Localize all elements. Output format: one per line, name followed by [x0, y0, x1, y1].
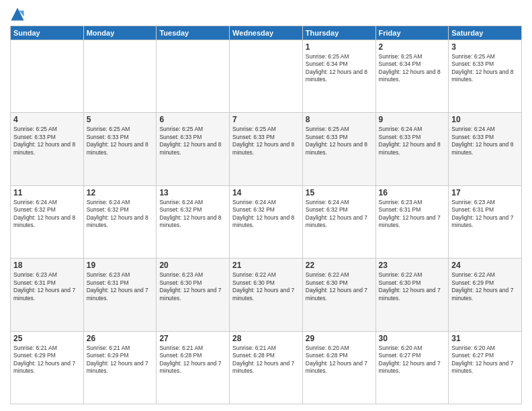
- header: [10, 7, 522, 21]
- calendar-cell: 30Sunrise: 6:20 AMSunset: 6:27 PMDayligh…: [375, 331, 449, 404]
- day-number: 26: [87, 334, 154, 343]
- day-number: 5: [87, 115, 154, 124]
- calendar-cell: 21Sunrise: 6:22 AMSunset: 6:30 PMDayligh…: [230, 259, 303, 331]
- day-number: 1: [306, 42, 373, 52]
- calendar-cell: 24Sunrise: 6:22 AMSunset: 6:29 PMDayligh…: [449, 259, 522, 331]
- day-info: Sunrise: 6:23 AMSunset: 6:31 PMDaylight:…: [451, 199, 519, 230]
- calendar-cell: 10Sunrise: 6:24 AMSunset: 6:33 PMDayligh…: [449, 113, 522, 185]
- calendar-cell: 5Sunrise: 6:25 AMSunset: 6:33 PMDaylight…: [83, 113, 157, 185]
- day-info: Sunrise: 6:22 AMSunset: 6:30 PMDaylight:…: [379, 271, 446, 302]
- calendar-cell: 22Sunrise: 6:22 AMSunset: 6:30 PMDayligh…: [302, 259, 375, 331]
- day-info: Sunrise: 6:25 AMSunset: 6:34 PMDaylight:…: [379, 53, 446, 84]
- day-number: 25: [13, 334, 81, 343]
- day-info: Sunrise: 6:23 AMSunset: 6:31 PMDaylight:…: [87, 271, 154, 302]
- calendar-cell: 7Sunrise: 6:25 AMSunset: 6:33 PMDaylight…: [230, 113, 303, 185]
- calendar-cell: 19Sunrise: 6:23 AMSunset: 6:31 PMDayligh…: [83, 259, 157, 331]
- calendar-cell: 14Sunrise: 6:24 AMSunset: 6:32 PMDayligh…: [230, 185, 303, 258]
- day-info: Sunrise: 6:21 AMSunset: 6:28 PMDaylight:…: [232, 345, 300, 375]
- calendar-week-row: 11Sunrise: 6:24 AMSunset: 6:32 PMDayligh…: [11, 185, 522, 258]
- calendar-cell: [11, 40, 84, 113]
- day-number: 21: [232, 261, 300, 270]
- calendar-cell: 17Sunrise: 6:23 AMSunset: 6:31 PMDayligh…: [449, 185, 522, 258]
- calendar-week-row: 4Sunrise: 6:25 AMSunset: 6:33 PMDaylight…: [11, 113, 522, 185]
- day-info: Sunrise: 6:24 AMSunset: 6:32 PMDaylight:…: [306, 199, 373, 230]
- day-info: Sunrise: 6:23 AMSunset: 6:31 PMDaylight:…: [379, 199, 446, 230]
- day-number: 7: [232, 115, 300, 124]
- day-info: Sunrise: 6:21 AMSunset: 6:29 PMDaylight:…: [87, 345, 154, 375]
- calendar-cell: 31Sunrise: 6:20 AMSunset: 6:27 PMDayligh…: [449, 331, 522, 404]
- day-number: 4: [13, 115, 81, 124]
- calendar-cell: 25Sunrise: 6:21 AMSunset: 6:29 PMDayligh…: [11, 331, 84, 404]
- day-info: Sunrise: 6:25 AMSunset: 6:33 PMDaylight:…: [13, 126, 81, 156]
- day-info: Sunrise: 6:23 AMSunset: 6:31 PMDaylight:…: [13, 271, 81, 302]
- day-info: Sunrise: 6:24 AMSunset: 6:32 PMDaylight:…: [13, 199, 81, 230]
- calendar-cell: 4Sunrise: 6:25 AMSunset: 6:33 PMDaylight…: [11, 113, 84, 185]
- calendar-cell: 16Sunrise: 6:23 AMSunset: 6:31 PMDayligh…: [375, 185, 449, 258]
- calendar-cell: [230, 40, 303, 113]
- day-info: Sunrise: 6:20 AMSunset: 6:27 PMDaylight:…: [379, 345, 446, 375]
- day-number: 30: [379, 334, 446, 343]
- logo-icon: [10, 7, 25, 21]
- weekday-header: Friday: [375, 26, 449, 40]
- day-info: Sunrise: 6:25 AMSunset: 6:33 PMDaylight:…: [232, 126, 300, 156]
- day-info: Sunrise: 6:24 AMSunset: 6:33 PMDaylight:…: [379, 126, 446, 156]
- calendar-week-row: 18Sunrise: 6:23 AMSunset: 6:31 PMDayligh…: [11, 259, 522, 331]
- day-number: 9: [379, 115, 446, 124]
- day-number: 20: [159, 261, 226, 270]
- day-info: Sunrise: 6:24 AMSunset: 6:32 PMDaylight:…: [159, 199, 226, 230]
- calendar-cell: 29Sunrise: 6:20 AMSunset: 6:28 PMDayligh…: [302, 331, 375, 404]
- day-number: 27: [159, 334, 226, 343]
- day-number: 13: [159, 188, 226, 197]
- day-info: Sunrise: 6:24 AMSunset: 6:32 PMDaylight:…: [87, 199, 154, 230]
- day-number: 24: [451, 261, 519, 270]
- calendar-cell: 13Sunrise: 6:24 AMSunset: 6:32 PMDayligh…: [157, 185, 230, 258]
- day-info: Sunrise: 6:24 AMSunset: 6:33 PMDaylight:…: [451, 126, 519, 156]
- day-number: 15: [306, 188, 373, 197]
- logo: [10, 7, 26, 21]
- weekday-header: Thursday: [302, 26, 375, 40]
- calendar-cell: 12Sunrise: 6:24 AMSunset: 6:32 PMDayligh…: [83, 185, 157, 258]
- day-info: Sunrise: 6:21 AMSunset: 6:28 PMDaylight:…: [159, 345, 226, 375]
- calendar-cell: 18Sunrise: 6:23 AMSunset: 6:31 PMDayligh…: [11, 259, 84, 331]
- day-number: 31: [451, 334, 519, 343]
- calendar-cell: 15Sunrise: 6:24 AMSunset: 6:32 PMDayligh…: [302, 185, 375, 258]
- calendar-cell: 23Sunrise: 6:22 AMSunset: 6:30 PMDayligh…: [375, 259, 449, 331]
- day-number: 11: [13, 188, 81, 197]
- day-info: Sunrise: 6:25 AMSunset: 6:33 PMDaylight:…: [87, 126, 154, 156]
- day-info: Sunrise: 6:21 AMSunset: 6:29 PMDaylight:…: [13, 345, 81, 375]
- calendar-cell: 20Sunrise: 6:23 AMSunset: 6:30 PMDayligh…: [157, 259, 230, 331]
- weekday-header: Tuesday: [157, 26, 230, 40]
- weekday-header: Monday: [83, 26, 157, 40]
- day-number: 23: [379, 261, 446, 270]
- calendar-cell: 2Sunrise: 6:25 AMSunset: 6:34 PMDaylight…: [375, 40, 449, 113]
- day-number: 19: [87, 261, 154, 270]
- calendar-cell: [157, 40, 230, 113]
- calendar-cell: 3Sunrise: 6:25 AMSunset: 6:33 PMDaylight…: [449, 40, 522, 113]
- day-number: 3: [451, 42, 519, 52]
- day-number: 14: [232, 188, 300, 197]
- weekday-header: Saturday: [449, 26, 522, 40]
- day-info: Sunrise: 6:22 AMSunset: 6:29 PMDaylight:…: [451, 271, 519, 302]
- day-number: 8: [306, 115, 373, 124]
- calendar-cell: 6Sunrise: 6:25 AMSunset: 6:33 PMDaylight…: [157, 113, 230, 185]
- day-number: 6: [159, 115, 226, 124]
- weekday-header: Wednesday: [230, 26, 303, 40]
- page: SundayMondayTuesdayWednesdayThursdayFrid…: [0, 0, 532, 411]
- day-number: 28: [232, 334, 300, 343]
- day-info: Sunrise: 6:22 AMSunset: 6:30 PMDaylight:…: [232, 271, 300, 302]
- calendar-week-row: 25Sunrise: 6:21 AMSunset: 6:29 PMDayligh…: [11, 331, 522, 404]
- calendar-cell: [83, 40, 157, 113]
- day-info: Sunrise: 6:24 AMSunset: 6:32 PMDaylight:…: [232, 199, 300, 230]
- calendar-cell: 1Sunrise: 6:25 AMSunset: 6:34 PMDaylight…: [302, 40, 375, 113]
- calendar-cell: 8Sunrise: 6:25 AMSunset: 6:33 PMDaylight…: [302, 113, 375, 185]
- calendar-cell: 26Sunrise: 6:21 AMSunset: 6:29 PMDayligh…: [83, 331, 157, 404]
- day-info: Sunrise: 6:20 AMSunset: 6:28 PMDaylight:…: [306, 345, 373, 375]
- day-info: Sunrise: 6:25 AMSunset: 6:33 PMDaylight:…: [306, 126, 373, 156]
- day-info: Sunrise: 6:25 AMSunset: 6:33 PMDaylight:…: [451, 53, 519, 84]
- day-number: 10: [451, 115, 519, 124]
- day-number: 12: [87, 188, 154, 197]
- calendar-cell: 9Sunrise: 6:24 AMSunset: 6:33 PMDaylight…: [375, 113, 449, 185]
- day-number: 22: [306, 261, 373, 270]
- day-number: 29: [306, 334, 373, 343]
- day-number: 18: [13, 261, 81, 270]
